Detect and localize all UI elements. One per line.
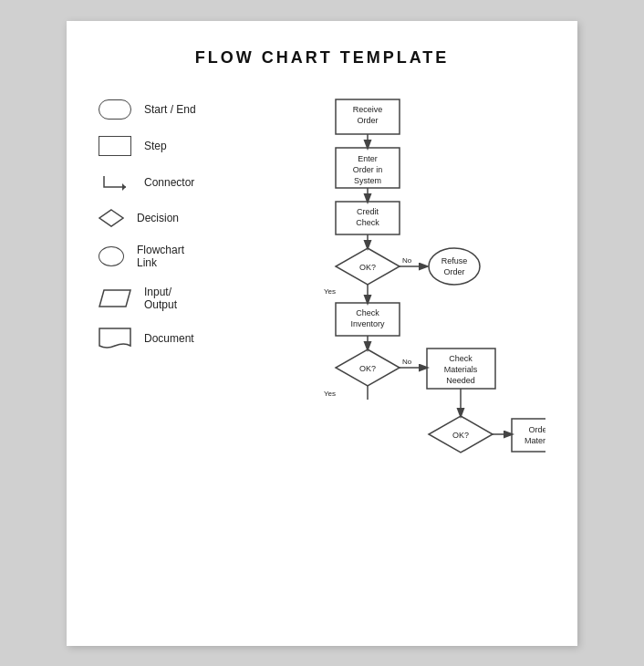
svg-text:OK?: OK? (359, 364, 376, 373)
svg-text:Check: Check (356, 218, 379, 227)
svg-text:Yes: Yes (324, 287, 336, 296)
page-title: FLOW CHART TEMPLATE (99, 48, 545, 68)
legend-item-decision: Decision (99, 209, 244, 227)
page: FLOW CHART TEMPLATE Start / End Step (67, 21, 577, 646)
start-end-shape (99, 99, 131, 120)
flowchart-link-shape (99, 246, 124, 266)
svg-text:Refuse: Refuse (441, 256, 468, 265)
legend-item-connector: Connector (99, 172, 244, 193)
svg-text:Order: Order (528, 425, 545, 434)
svg-text:Order: Order (443, 267, 464, 276)
svg-point-20 (429, 248, 480, 285)
svg-text:System: System (354, 176, 381, 185)
svg-text:No: No (402, 358, 412, 366)
svg-text:Material: Material (525, 436, 545, 445)
svg-text:Order: Order (357, 116, 378, 125)
document-shape (99, 328, 131, 349)
svg-text:Yes: Yes (324, 390, 336, 398)
connector-label: Connector (144, 176, 194, 189)
svg-text:Receive: Receive (353, 105, 383, 114)
svg-text:Check: Check (449, 354, 473, 363)
legend-item-document: Document (99, 328, 244, 349)
legend-item-start-end: Start / End (99, 99, 244, 120)
flowchart-area: Receive Order Enter Order in System Cred… (244, 95, 545, 609)
svg-text:Needed: Needed (446, 376, 475, 385)
step-label: Step (144, 140, 167, 152)
decision-label: Decision (137, 212, 179, 224)
connector-shape (99, 172, 131, 193)
step-shape (99, 136, 131, 156)
legend-item-flowchart-link: FlowchartLink (99, 244, 244, 269)
document-label: Document (144, 332, 194, 345)
svg-text:Enter: Enter (358, 154, 378, 163)
svg-text:Inventory: Inventory (350, 319, 385, 328)
svg-text:Check: Check (356, 308, 379, 317)
svg-text:No: No (402, 256, 412, 265)
content-area: Start / End Step Connector (99, 95, 545, 609)
input-output-shape (99, 289, 131, 307)
svg-rect-43 (512, 419, 545, 452)
flowchart-link-label: FlowchartLink (137, 244, 184, 269)
legend-item-input-output: Input/Output (99, 286, 244, 311)
start-end-label: Start / End (144, 103, 196, 116)
svg-marker-0 (122, 183, 126, 191)
svg-text:OK?: OK? (359, 263, 376, 272)
legend-item-step: Step (99, 136, 244, 156)
svg-text:Order in: Order in (353, 165, 383, 174)
input-output-label: Input/Output (144, 286, 177, 311)
svg-text:OK?: OK? (452, 431, 469, 440)
svg-text:Credit: Credit (357, 207, 379, 216)
svg-text:Materials: Materials (444, 365, 478, 374)
svg-marker-2 (99, 290, 130, 307)
decision-shape (99, 209, 124, 227)
legend: Start / End Step Connector (99, 95, 244, 609)
svg-marker-1 (99, 210, 123, 226)
